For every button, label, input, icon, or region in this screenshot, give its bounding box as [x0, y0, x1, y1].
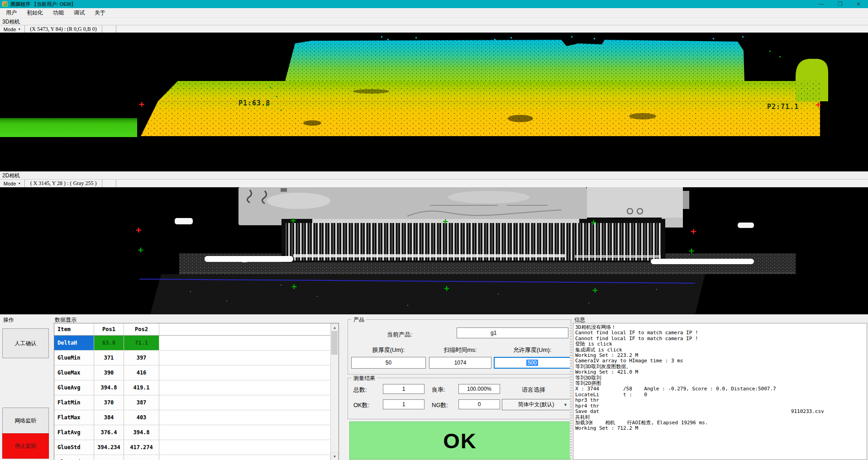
camera2d-section-label: 2D相机: [2, 172, 20, 180]
menu-item-debug[interactable]: 调试: [69, 8, 90, 18]
total-count-field[interactable]: 1: [383, 384, 424, 394]
status-bar-rest: [116, 180, 868, 187]
table-row[interactable]: GlueMin371397: [54, 351, 339, 365]
current-product-input[interactable]: g1: [457, 327, 568, 338]
allowed-thickness-label: 允许厚度(Um):: [494, 346, 571, 354]
crosshair-marker: +: [689, 246, 694, 255]
close-icon[interactable]: ✕: [856, 0, 861, 8]
table-cell-pos2: 417.274: [124, 440, 159, 455]
chevron-down-icon: ▼: [18, 28, 21, 31]
log-line: hpr3 thr: [575, 398, 867, 403]
table-header: Item Pos1 Pos2: [54, 323, 339, 336]
table-row[interactable]: FlatAvg376.4394.8: [54, 425, 339, 440]
camera2d-mode-bar: Mode ▼ ( X 3145, Y 28 ) : ( Gray 255 ): [0, 179, 868, 188]
camera3d-mode-dropdown[interactable]: Mode ▼: [0, 25, 25, 33]
film-thickness-input[interactable]: 50: [351, 357, 426, 369]
menu-item-function[interactable]: 功能: [48, 8, 69, 18]
crosshair-marker: +: [136, 225, 141, 234]
mode-label: Mode: [4, 181, 16, 186]
yield-label: 良率:: [432, 386, 445, 394]
results-group-label: 测量结果: [352, 375, 377, 382]
status-bar-rest: [116, 25, 868, 33]
stop-listen-button[interactable]: 停止监听: [2, 433, 49, 459]
yield-field[interactable]: 100.000%: [458, 384, 500, 394]
panel-splitter[interactable]: [570, 319, 572, 459]
menu-item-about[interactable]: 关于: [90, 8, 110, 18]
table-cell-item: GlueStd: [54, 440, 94, 455]
crosshair-marker: +: [291, 282, 297, 291]
scrollbar-thumb[interactable]: [331, 331, 338, 355]
table-cell-pos2: 419.1: [124, 380, 159, 395]
camera2d-mode-dropdown[interactable]: Mode ▼: [0, 180, 25, 187]
table-row[interactable]: FlatStd2.1392.229: [54, 455, 339, 460]
status-cell-empty: [102, 180, 116, 187]
crosshair-marker: +: [291, 216, 296, 225]
crosshair-marker: +: [443, 217, 448, 226]
camera2d-grayscale-image[interactable]: [0, 187, 868, 314]
table-cell-pos2: 397: [124, 351, 159, 365]
table-row[interactable]: FlatMin370387: [54, 395, 339, 410]
scan-time-label: 扫描时间ms:: [429, 346, 491, 354]
log-line: Working Set : 712.2 M: [575, 426, 867, 431]
table-cell-pos2: 403: [124, 410, 159, 425]
crosshair-marker: +: [816, 100, 821, 109]
menu-item-init[interactable]: 初始化: [22, 8, 48, 18]
manual-confirm-button[interactable]: 人工确认: [2, 328, 49, 358]
table-row[interactable]: DeltaH63.871.1: [54, 336, 339, 351]
window-title: 测膜程序 【当前用户: OEM】: [10, 1, 76, 8]
allowed-thickness-input[interactable]: 500: [494, 357, 571, 369]
table-cell-item: GlueAvg: [54, 380, 94, 395]
table-cell-pos2: 71.1: [124, 336, 159, 350]
results-groupbox: 测量结果 总数: 1 良率: 100.000% 语言选择 OK数: 1 NG数:…: [348, 378, 572, 419]
table-cell-pos1: 394.8: [94, 380, 124, 395]
p1-measurement-label: P1:63.8: [238, 99, 270, 107]
menu-item-user[interactable]: 用户: [1, 8, 22, 18]
table-cell-item: DeltaH: [54, 336, 94, 350]
result-status-indicator: OK: [349, 422, 571, 460]
table-cell-pos1: 2.139: [94, 455, 124, 460]
column-header-item: Item: [54, 323, 94, 335]
ng-count-field[interactable]: 0: [458, 399, 500, 409]
table-cell-pos1: 384: [94, 410, 124, 425]
log-line: X : 3744 /58 Angle : -0.279, Score : 0.0…: [575, 386, 867, 392]
crosshair-marker: +: [691, 227, 696, 236]
log-line: Save dat 9110233.csv: [575, 409, 867, 414]
application-window: 测膜程序 【当前用户: OEM】 — ❐ ✕ 用户 初始化 功能 调试 关于 3…: [0, 0, 868, 460]
menu-bar: 用户 初始化 功能 调试 关于: [0, 8, 868, 18]
ok-count-label: OK数:: [353, 401, 369, 409]
table-row[interactable]: GlueMax390416: [54, 365, 339, 380]
info-log[interactable]: 3D相机没有网络！Cannot find local IF to match c…: [573, 323, 867, 460]
camera3d-pixel-status: (X 5473, Y 84) : (R 0,G 0,B 0): [25, 25, 102, 33]
p2-measurement-label: P2:71.1: [767, 103, 799, 111]
table-row[interactable]: GlueStd394.234417.274: [54, 440, 339, 455]
table-cell-item: GlueMax: [54, 365, 94, 380]
language-select-dropdown[interactable]: 简体中文(默认) ▼: [502, 399, 570, 410]
camera3d-heightmap-image[interactable]: [0, 33, 868, 171]
crosshair-marker: +: [138, 245, 143, 254]
table-cell-pos2: 394.8: [124, 425, 159, 440]
minimize-icon[interactable]: —: [819, 0, 824, 8]
table-row[interactable]: FlatMax384403: [54, 410, 339, 425]
table-cell-item: FlatMin: [54, 395, 94, 410]
table-row[interactable]: GlueAvg394.8419.1: [54, 380, 339, 395]
table-cell-pos1: 394.234: [94, 440, 124, 455]
table-cell-pos1: 390: [94, 365, 124, 380]
scroll-down-icon[interactable]: ▼: [331, 452, 339, 460]
ok-count-field[interactable]: 1: [383, 399, 424, 409]
scroll-up-icon[interactable]: ▲: [331, 323, 339, 332]
scan-time-input[interactable]: 1074: [429, 357, 491, 369]
network-listen-button[interactable]: 网络监听: [2, 408, 49, 434]
table-cell-item: GlueMin: [54, 351, 94, 365]
table-scrollbar[interactable]: ▲ ▼: [330, 323, 339, 460]
current-product-label: 当前产品:: [387, 331, 412, 339]
status-cell-empty: [102, 25, 116, 33]
log-line: Working Set : 421.0 M: [575, 370, 867, 375]
maximize-icon[interactable]: ❐: [838, 0, 843, 8]
selected-text: 500: [526, 360, 538, 366]
table-cell-pos1: 371: [94, 351, 124, 365]
log-line: CameraIV array to HImage time : 3 ms: [575, 358, 867, 364]
operations-section-label: 操作: [3, 316, 14, 324]
film-thickness-label: 膜厚度(Um):: [351, 346, 426, 354]
total-label: 总数:: [353, 386, 367, 394]
chevron-down-icon: ▼: [18, 182, 21, 185]
